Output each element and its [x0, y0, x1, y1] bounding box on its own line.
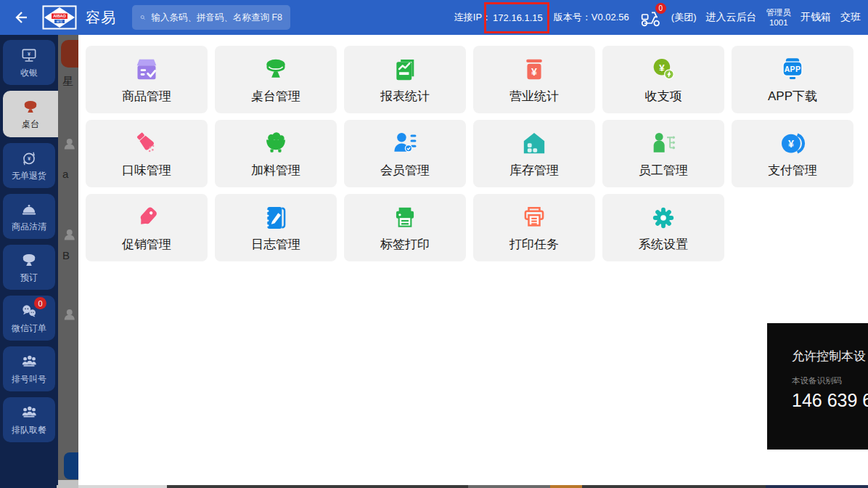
- sidebar-item-reservation[interactable]: 预订: [3, 245, 55, 290]
- person-icon: [63, 227, 78, 243]
- device-panel-title: 允许控制本设: [792, 348, 868, 365]
- sidebar-item-cashier[interactable]: ¥ 收银: [3, 40, 55, 85]
- device-code-label: 本设备识别码: [792, 375, 868, 386]
- inventory-management-icon: [520, 129, 549, 158]
- shift-change-button[interactable]: 交班: [840, 11, 861, 24]
- svg-text:¥: ¥: [531, 65, 537, 77]
- sidebar-item-label: 桌台: [22, 118, 39, 131]
- user-info[interactable]: 管理员 1001: [766, 7, 792, 28]
- background-letter: a: [62, 168, 68, 180]
- cloud-backend-button[interactable]: 进入云后台: [706, 11, 757, 24]
- sidebar-item-label: 收银: [20, 67, 38, 79]
- delivery-badge: 0: [655, 3, 666, 14]
- user-id: 1001: [769, 17, 788, 28]
- svg-text:AIBAO: AIBAO: [53, 14, 66, 18]
- tile-label: 打印任务: [509, 236, 559, 253]
- sidebar-item-label: 无单退货: [12, 170, 46, 182]
- topbar: AIBAO 爱宝 容易 输入条码、拼音码、名称查询 F8 连接IP： 172.1…: [0, 0, 868, 35]
- sidebar-item-wechat-orders[interactable]: 微信订单 0: [3, 296, 55, 341]
- background-letter: B: [62, 249, 70, 261]
- back-arrow-icon: [12, 9, 30, 26]
- tile-app-download[interactable]: APP APP下载: [732, 46, 853, 113]
- tile-business-stats[interactable]: ¥ 营业统计: [473, 46, 595, 113]
- tile-label: APP下载: [768, 88, 817, 105]
- product-management-icon: [132, 55, 161, 84]
- back-button[interactable]: [10, 5, 32, 30]
- bottom-seg-gray: [468, 485, 550, 488]
- open-cashbox-button[interactable]: 开钱箱: [801, 11, 831, 24]
- log-management-icon: [261, 203, 290, 232]
- wechat-order-badge: 0: [34, 297, 46, 309]
- svg-text:¥: ¥: [788, 138, 794, 150]
- sidebar-item-refund[interactable]: ¥ 无单退货: [3, 143, 55, 188]
- tile-label: 报表统计: [380, 88, 430, 105]
- svg-text:¥: ¥: [659, 62, 665, 73]
- connection-ip-label: 连接IP：: [454, 11, 491, 24]
- tile-inventory-management[interactable]: 库存管理: [473, 120, 595, 187]
- tile-label-print[interactable]: 标签打印: [344, 194, 466, 261]
- tile-payment-management[interactable]: ¥ 支付管理: [732, 120, 853, 187]
- tile-label: 系统设置: [639, 236, 688, 253]
- sidebar-item-label: 排号叫号: [12, 373, 46, 386]
- label-print-icon: [390, 203, 419, 232]
- svg-text:APP: APP: [785, 65, 801, 73]
- bottom-seg-light: [78, 485, 167, 488]
- tile-label: 库存管理: [509, 162, 559, 179]
- tile-label: 口味管理: [122, 162, 171, 179]
- person-icon: [63, 307, 78, 322]
- background-blue-button: [64, 452, 78, 479]
- app-download-icon: APP: [778, 55, 807, 84]
- system-settings-icon: [649, 203, 678, 232]
- tile-label: 商品管理: [122, 88, 171, 105]
- sidebar-item-queue-call[interactable]: 排号叫号: [3, 346, 55, 391]
- tile-label: 日志管理: [251, 236, 300, 253]
- tile-system-settings[interactable]: 系统设置: [602, 194, 724, 261]
- tile-product-management[interactable]: 商品管理: [86, 46, 208, 113]
- topping-management-icon: [261, 129, 290, 158]
- management-panel: 商品管理 桌台管理 报表统计 ¥: [78, 35, 868, 485]
- sidebar-item-soldout[interactable]: 商品沽清: [3, 194, 55, 239]
- sidebar-item-label: 微信订单: [12, 322, 46, 335]
- sidebar-item-queue-pickup[interactable]: 排队取餐: [3, 397, 55, 442]
- member-management-icon: [390, 129, 419, 158]
- sidebar: ¥ 收银 桌台 ¥ 无单退货 商品沽清: [0, 35, 58, 488]
- tile-income-expense[interactable]: ¥ 收支项: [602, 46, 724, 113]
- tile-report-stats[interactable]: 报表统计: [344, 46, 466, 113]
- sidebar-item-table[interactable]: 桌台: [3, 91, 58, 137]
- device-control-panel: 允许控制本设 本设备识别码 146 639 6: [767, 323, 868, 450]
- print-task-icon: [520, 203, 549, 232]
- bottom-seg-sidebar: [0, 485, 57, 488]
- tile-taste-management[interactable]: 口味管理: [86, 120, 208, 187]
- meituan-label: (美团): [671, 11, 697, 24]
- tile-label: 支付管理: [768, 162, 817, 179]
- sidebar-item-label: 预订: [20, 272, 38, 284]
- tile-table-management[interactable]: 桌台管理: [215, 46, 337, 113]
- business-stats-icon: ¥: [520, 55, 549, 84]
- search-placeholder: 输入条码、拼音码、名称查询 F8: [151, 12, 282, 24]
- tile-staff-management[interactable]: 员工管理: [602, 120, 724, 187]
- background-page-strip: 星 a B: [58, 35, 78, 488]
- svg-text:爱宝: 爱宝: [57, 20, 63, 23]
- bottom-seg-navy: [766, 485, 868, 488]
- tile-label: 员工管理: [639, 162, 688, 179]
- tile-topping-management[interactable]: 加料管理: [215, 120, 337, 187]
- tile-promotion-management[interactable]: 促销管理: [86, 194, 208, 261]
- sidebar-item-label: 商品沽清: [12, 221, 46, 233]
- tile-label: 收支项: [645, 88, 682, 105]
- soldout-icon: [20, 200, 38, 219]
- user-role: 管理员: [766, 7, 792, 17]
- search-input[interactable]: 输入条码、拼音码、名称查询 F8: [132, 5, 290, 30]
- version-info: 版本号：V0.02.56: [554, 11, 629, 24]
- refund-icon: ¥: [20, 150, 38, 168]
- tile-member-management[interactable]: 会员管理: [344, 120, 466, 187]
- delivery-button[interactable]: 0: [639, 6, 662, 29]
- tile-print-task[interactable]: 打印任务: [473, 194, 595, 261]
- staff-management-icon: [649, 129, 678, 158]
- bottom-seg-strip: [57, 485, 78, 488]
- table-management-icon: [261, 55, 290, 84]
- cashier-icon: ¥: [20, 46, 38, 65]
- bottom-edge-strip: [0, 485, 868, 488]
- tile-label: 营业统计: [509, 88, 559, 105]
- report-stats-icon: [390, 55, 419, 84]
- tile-log-management[interactable]: 日志管理: [215, 194, 337, 261]
